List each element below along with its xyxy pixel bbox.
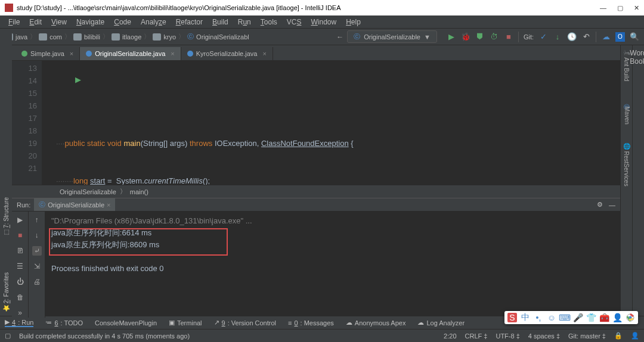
menu-window[interactable]: Window <box>307 17 340 27</box>
maximize-button[interactable]: ▢ <box>617 4 623 12</box>
search-button[interactable]: 🔍 <box>630 32 639 42</box>
menu-run[interactable]: Run <box>234 17 255 27</box>
git-revert-icon[interactable]: ↶ <box>581 32 591 42</box>
ime-cn-icon[interactable]: 中 <box>521 313 530 322</box>
console-output[interactable]: "D:\Program Files (x86)\Java\jdk1.8.0_13… <box>45 212 620 318</box>
tab-simple[interactable]: Simple.java× <box>16 47 80 60</box>
menu-tools[interactable]: Tools <box>257 17 281 27</box>
lock-icon[interactable]: 🔒 <box>614 332 623 340</box>
breadcrumb-method[interactable]: main() <box>130 188 148 195</box>
pin-button[interactable]: ☰ <box>16 262 25 271</box>
close-icon[interactable]: × <box>107 201 110 209</box>
git-history-icon[interactable]: 🕓 <box>567 32 577 42</box>
menu-edit[interactable]: Edit <box>26 17 45 27</box>
editor-breadcrumb: OriginalSerializable〉main() <box>12 185 620 198</box>
hector-icon[interactable]: 👤 <box>631 332 639 340</box>
trash-button[interactable]: 🗑 <box>16 293 25 302</box>
close-icon[interactable]: × <box>70 50 73 57</box>
close-button[interactable]: ✕ <box>634 4 639 12</box>
statusbar-icon[interactable]: ▢ <box>5 332 11 340</box>
menu-file[interactable]: File <box>5 17 23 27</box>
softwrap-button[interactable]: ⤶ <box>32 246 42 256</box>
tab-original[interactable]: OriginalSerializable.java× <box>80 47 181 60</box>
crumb[interactable]: bilibili <box>84 33 100 41</box>
ime-emoji-icon[interactable]: ☺ <box>547 313 556 322</box>
menu-view[interactable]: View <box>48 17 70 27</box>
expand-button[interactable]: » <box>16 308 25 318</box>
tool-vcs[interactable]: ↗ 9: Version Control <box>214 319 276 327</box>
stop-button[interactable]: ■ <box>16 231 25 240</box>
crumb[interactable]: com <box>49 33 62 41</box>
caret-position[interactable]: 2:20 <box>444 332 456 340</box>
tool-rest[interactable]: 🌐 RestServices <box>623 142 630 186</box>
indent[interactable]: 4 spaces ‡ <box>528 332 560 340</box>
crumb[interactable]: java <box>16 33 27 41</box>
print-button[interactable]: 🖨 <box>32 277 42 287</box>
rerun-button[interactable]: ▶ <box>16 215 25 225</box>
tool-messages[interactable]: ≡ 0: Messages <box>288 319 334 327</box>
ime-chrome-icon[interactable] <box>626 313 635 322</box>
tool-consolemaven[interactable]: ConsoleMavenPlugin <box>95 319 157 327</box>
folder-icon <box>39 33 47 41</box>
code-editor[interactable]: 13 14 15 16 17 18 19 20 21 ▶ ····public … <box>12 61 620 185</box>
ime-keyboard-icon[interactable]: ⌨ <box>560 313 569 322</box>
menu-help[interactable]: Help <box>342 17 364 27</box>
far-right-stripe: Word Book <box>632 45 644 316</box>
tool-run[interactable]: ▶ 4: Run <box>5 318 33 327</box>
menu-refactor[interactable]: Refactor <box>172 17 206 27</box>
tool-terminal[interactable]: ▣ Terminal <box>169 319 202 327</box>
up-button[interactable]: ↑ <box>32 215 42 225</box>
menu-code[interactable]: Code <box>110 17 135 27</box>
menu-analyze[interactable]: Analyze <box>137 17 170 27</box>
ime-skin-icon[interactable]: 👕 <box>586 313 596 322</box>
tab-kyro[interactable]: KyroSerializable.java× <box>181 47 273 60</box>
layout-button[interactable]: 🖹 <box>16 246 25 256</box>
down-button[interactable]: ↓ <box>32 231 42 240</box>
tool-anon[interactable]: ☁ Anonymous Apex <box>346 319 406 327</box>
git-pull-icon[interactable]: ✓ <box>538 32 548 42</box>
salesforce-icon[interactable]: ☁ <box>601 32 611 42</box>
tool-wordbook[interactable]: Word Book <box>630 49 644 66</box>
debug-button[interactable]: 🐞 <box>461 32 470 42</box>
coverage-button[interactable]: ⛊ <box>475 32 485 42</box>
back-button[interactable]: ← <box>336 33 343 41</box>
scroll-button[interactable]: ⇲ <box>32 262 42 271</box>
close-icon[interactable]: × <box>262 50 266 57</box>
ime-punct-icon[interactable]: •, <box>534 313 543 322</box>
ime-toolbox-icon[interactable]: 🧰 <box>599 313 609 322</box>
tool-ant[interactable]: 🐜 Ant Build <box>623 49 630 81</box>
crumb[interactable]: OriginalSerializabl <box>196 33 249 41</box>
crumb[interactable]: itlaoge <box>122 33 141 41</box>
menu-build[interactable]: Build <box>209 17 232 27</box>
breadcrumb-class[interactable]: OriginalSerializable <box>60 188 116 195</box>
minimize-panel-icon[interactable]: — <box>609 201 615 209</box>
profile-button[interactable]: ⏱ <box>490 32 499 42</box>
git-commit-icon[interactable]: ↓ <box>553 32 562 42</box>
ime-widget[interactable]: S 中 •, ☺ ⌨ 🎤 👕 🧰 👤 <box>504 311 638 324</box>
ime-logo-icon: S <box>507 313 517 322</box>
exit-button[interactable]: ⏻ <box>16 277 25 287</box>
tool-structure[interactable]: ⬚ 7: Structure <box>3 197 10 236</box>
tool-favorites[interactable]: ⭐ 2: Favorites <box>3 272 10 312</box>
stop-button[interactable]: ■ <box>504 32 513 42</box>
ime-mic-icon[interactable]: 🎤 <box>573 313 583 322</box>
tool-todo[interactable]: ≔ 6: TODO <box>45 319 83 327</box>
tool-maven[interactable]: ⓜ Maven <box>623 99 631 125</box>
menu-vcs[interactable]: VCS <box>283 17 305 27</box>
encoding[interactable]: UTF-8 ‡ <box>496 332 519 340</box>
minimize-button[interactable]: — <box>600 4 606 12</box>
close-icon[interactable]: × <box>171 50 174 57</box>
ime-user-icon[interactable]: 👤 <box>612 313 622 322</box>
menu-navigate[interactable]: Navigate <box>73 17 108 27</box>
run-button[interactable]: ▶ <box>447 32 456 42</box>
git-branch[interactable]: Git: master ‡ <box>568 332 606 340</box>
settings-icon[interactable]: ⚙ <box>597 201 603 209</box>
tool-log[interactable]: ☁ Log Analyzer <box>417 319 465 327</box>
run-tab[interactable]: ⓒOriginalSerializable× <box>34 198 115 211</box>
run-config-selector[interactable]: ⓒ OriginalSerializable ▼ <box>347 30 437 43</box>
console-path: "D:\Program Files (x86)\Java\jdk1.8.0_13… <box>51 215 614 227</box>
run-gutter-icon[interactable]: ▶ <box>75 73 81 86</box>
crumb[interactable]: kryo <box>163 33 176 41</box>
outlook-icon[interactable]: O <box>615 32 625 42</box>
line-separator[interactable]: CRLF ‡ <box>465 332 488 340</box>
